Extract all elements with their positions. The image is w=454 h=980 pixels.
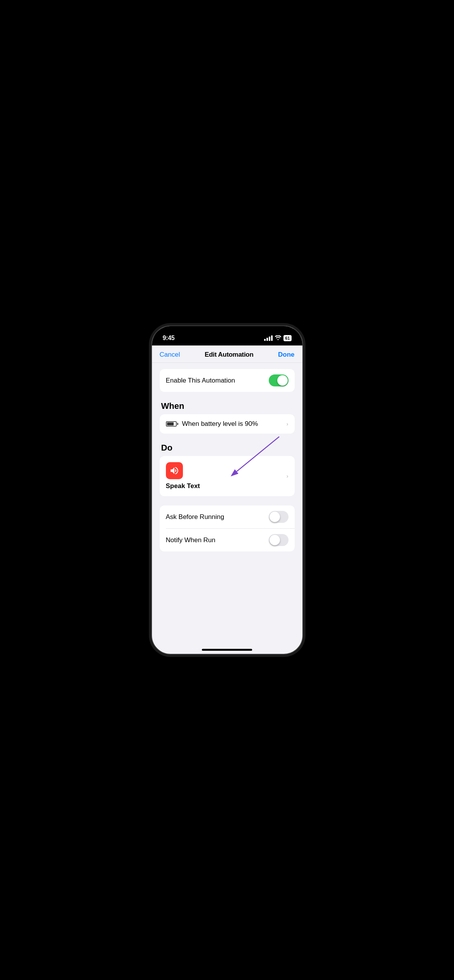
ask-before-running-knob — [270, 512, 280, 522]
do-section-header: Do — [160, 443, 295, 453]
battery-trigger-label: When battery level is 90% — [182, 420, 258, 428]
cancel-button[interactable]: Cancel — [160, 351, 180, 359]
enable-automation-row: Enable This Automation — [160, 369, 295, 392]
ask-before-running-row: Ask Before Running — [160, 505, 295, 528]
ask-before-running-toggle[interactable] — [269, 511, 288, 523]
battery-trigger-left: When battery level is 90% — [166, 420, 258, 428]
signal-bars-icon — [264, 335, 273, 341]
signal-bar-4 — [271, 335, 273, 341]
when-section-header: When — [160, 401, 295, 411]
status-time: 9:45 — [163, 335, 175, 342]
battery-body — [166, 421, 177, 427]
nav-bar: Cancel Edit Automation Done — [152, 345, 302, 363]
main-content: Enable This Automation When Wh — [152, 363, 302, 652]
status-icons: 61 — [264, 335, 291, 341]
wifi-icon — [275, 335, 281, 341]
notify-when-run-label: Notify When Run — [166, 536, 216, 544]
enable-automation-toggle[interactable] — [269, 374, 288, 386]
battery-trigger-chevron-icon: › — [287, 421, 288, 427]
speak-text-icon — [166, 462, 183, 479]
svg-line-1 — [237, 437, 279, 471]
ask-before-running-label: Ask Before Running — [166, 513, 224, 521]
battery-icon: 61 — [283, 335, 291, 341]
notify-when-run-knob — [270, 535, 280, 545]
speak-text-label: Speak Text — [166, 482, 200, 490]
signal-bar-3 — [269, 337, 270, 341]
notify-when-run-row: Notify When Run — [160, 529, 295, 551]
speak-text-card[interactable]: Speak Text › — [160, 456, 295, 496]
toggle-knob — [277, 375, 288, 386]
speak-text-chevron-icon: › — [287, 473, 288, 479]
battery-level: 61 — [285, 336, 290, 340]
status-bar: 9:45 61 — [152, 326, 302, 345]
done-button[interactable]: Done — [278, 351, 295, 359]
annotation-arrow — [225, 433, 287, 479]
signal-bar-1 — [264, 339, 266, 341]
battery-tip — [177, 423, 178, 425]
signal-bar-2 — [266, 338, 268, 341]
settings-card: Ask Before Running Notify When Run — [160, 505, 295, 551]
battery-fill — [167, 422, 174, 425]
phone-frame: 9:45 61 Cancel Edit Automation D — [151, 325, 303, 655]
enable-automation-label: Enable This Automation — [166, 377, 235, 385]
home-indicator — [202, 649, 252, 651]
when-card: When battery level is 90% › — [160, 414, 295, 434]
page-title: Edit Automation — [205, 351, 253, 359]
battery-trigger-row[interactable]: When battery level is 90% › — [160, 414, 295, 434]
enable-automation-card: Enable This Automation — [160, 369, 295, 392]
notify-when-run-toggle[interactable] — [269, 534, 288, 546]
battery-level-icon — [166, 421, 178, 427]
